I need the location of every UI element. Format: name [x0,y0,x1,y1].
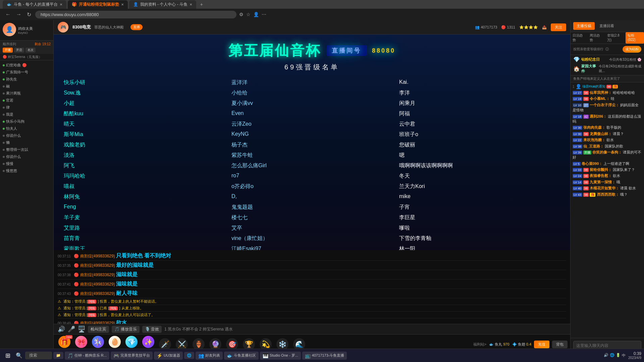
studio-icon: 🎹 [263,353,268,358]
rank-info-icon[interactable]: ⓘ [605,47,609,52]
settings-control[interactable]: 检AI主宾 [88,326,109,333]
sidebar-item-4[interactable]: 果汁两瓶 [0,90,53,97]
become-fan-button[interactable]: 成为钻粉 [623,46,641,53]
mic-control[interactable]: 🎤 [68,325,75,333]
rank-filter: 按照亲密度等级排行 ⓘ 成为钻粉 [571,44,644,55]
taskbar-game[interactable]: 🎮完美世界竞技平台 [111,352,153,360]
time-main: 0:39 [628,351,641,356]
chat-msg-2: LV 10 27 一个白衣子浮尘： 妈妈后面全是怪物 [573,103,642,113]
follow-button[interactable]: 关注 [551,23,566,31]
ranking-info: 顺序排列 剩余 19:12 开播 开启 名次 [0,41,53,54]
msg-4: 00:37:41 🔴 南割症(499833629) 滋味就是 [58,280,566,289]
chat-msg-14: LV 43 98 🎁 西西西西歌： 哦？ [573,192,642,197]
tab-2[interactable]: 🎁 开通钻粉得定制鼠标垫 ✕ [68,0,128,9]
new-tab-button[interactable]: + [198,0,206,8]
sidebar-item-9[interactable]: 怡夫人 [0,125,53,132]
menu-icon[interactable]: ⋯ [262,12,266,17]
player-28: ro7 [231,172,392,180]
back-button[interactable]: ← [4,10,12,19]
taskbar-music[interactable]: 🎵任钟 - 酷狗音乐 R... [65,352,109,360]
player-47: 下雪的李青釉 [399,234,560,243]
sidebar-item-0[interactable]: 幻世玲曲 🔴 [0,62,53,69]
sidebar-item-13[interactable]: 你说什么 [0,153,53,160]
taskbar-friends[interactable]: 👥好友列表 [196,352,223,360]
player-6: 小超 [64,99,225,108]
sidebar-item-14[interactable]: 慢慢 [0,160,53,167]
player-35: mike [399,193,560,201]
taskbar-browser[interactable]: 🌐 [184,352,194,359]
audio-control[interactable]: 🔊 [58,325,65,333]
tab-1[interactable]: 🐟 斗鱼 - 每个人的直播平台 ✕ [3,0,66,9]
extensions-icon[interactable]: ⚙ [239,12,244,17]
sidebar-item-8[interactable]: 快乐小马驹 [0,118,53,125]
chat-subtab-monetize[interactable]: 变现(2.8万) [605,32,626,44]
tab-1-close[interactable]: ✕ [60,3,62,6]
share-icon[interactable]: 📤 [542,25,547,29]
fan-badge-14: 98 [583,193,589,197]
player-30: 喵叔 [64,182,225,191]
music-control[interactable]: 🎵 播放音乐 [112,326,139,333]
tab-3[interactable]: 👤 我的资料 - 个人中心 - 斗鱼 ✕ [129,0,196,9]
chat-subtab-daily[interactable]: 日活趋势 [571,32,588,44]
game-icon: 🎮 [113,353,119,358]
address-bar[interactable]: https://www.douyu.com/88080 [35,11,236,18]
taskbar-douyu[interactable]: 🐟斗鱼直播社区 [224,352,259,360]
sidebar-item-1[interactable]: 广东我待一号 [0,69,53,76]
radio-control[interactable]: 🎙️ 音效 [142,326,162,333]
taskbar-search[interactable]: 搜索 [25,352,52,359]
taskbar-room[interactable]: 📺40717173-斗鱼直播 [302,352,347,360]
chat-tab-broadcaster[interactable]: 主播投稿 [573,22,595,30]
taskbar-uu[interactable]: ⚡UU加速器 [154,352,183,360]
tab-2-close[interactable]: ✕ [121,3,124,6]
chat-text-11: 欲水 [613,174,620,178]
player-50: 林一阳 [399,245,560,250]
tournament-qualifier: 69强晋级名单 [60,63,564,72]
sidebar-item-12[interactable]: 整理得一次以 [0,146,53,153]
sidebar-item-label-8: 快乐小马驹 [6,119,24,124]
sidebar-item-label-15: 慢悠悠 [6,168,17,173]
tray-input[interactable]: 中 [622,353,626,358]
chat-text-9: 上一组谁进了啊 [603,162,629,166]
sidebar-item-5[interactable]: 官若 [0,97,53,104]
topup-button[interactable]: 充值 [534,341,549,348]
sidebar-item-15[interactable]: 慢悠悠 [0,167,53,174]
sidebar-item-label-7: 我是 [6,112,13,117]
chat-subtab-fans[interactable]: 钻粉(922) [626,32,644,44]
chat-subtab-weekly[interactable]: 周活趋势 [588,32,605,44]
profile-icon[interactable]: 👤 [253,12,259,17]
sidebar-item-11[interactable]: 懒 [0,139,53,146]
forward-button[interactable]: → [15,10,23,19]
player-40: 楼七七 [231,214,392,222]
tab-3-close[interactable]: ✕ [190,3,192,6]
tray-battery[interactable]: 🔋 [616,353,621,358]
new-badge: new [65,335,72,339]
sidebar-item-7[interactable]: 我是 [0,111,53,118]
sidebar-item-10[interactable]: 你说什么 [0,132,53,139]
sidebar-item-2[interactable]: 孙先生 [0,76,53,83]
host-name: 8308电竞 [72,24,91,29]
tray-network[interactable]: 🌐 [610,353,614,358]
online-stat: 🔴 1311 [501,25,515,29]
sidebar-item-6[interactable]: 律 [0,104,53,111]
search-button[interactable]: 🔍 [14,351,24,360]
chat-user-9: 卷心菜090： [582,162,602,166]
player-0: 快乐小研 [64,78,225,87]
player-37: 鬼鬼题题 [231,203,392,212]
start-button[interactable]: ⊞ [3,351,13,361]
welfare-label[interactable]: 福利站> [473,342,486,347]
player-38: 子宵 [399,203,560,212]
taskbar-studio[interactable]: 🎹Studio One - 罗... [260,352,301,360]
taskbar-file-explorer[interactable]: 📁 [53,352,63,359]
refresh-button[interactable]: ↻ [25,10,33,19]
chat-msg-10: LV 33 98 留给你颤抖： 国家队来了？ [573,167,642,172]
bag-button[interactable]: 背包 [552,341,568,348]
player-32: 兰天力Kori [399,182,560,191]
bookmark-icon[interactable]: ☆ [246,12,251,17]
gift-icon-3: 🥚 [109,336,121,348]
extra-badge-14: 🎁 [590,193,595,197]
screen-control[interactable]: 🖥️ [78,325,85,333]
chat-tab-replay[interactable]: 直播回看 [596,22,618,30]
sidebar-item-3[interactable]: 融 [0,83,53,90]
taskbar-tray-icons: 🔊 🌐 🔋 中 [604,353,626,358]
tray-volume[interactable]: 🔊 [604,353,608,358]
